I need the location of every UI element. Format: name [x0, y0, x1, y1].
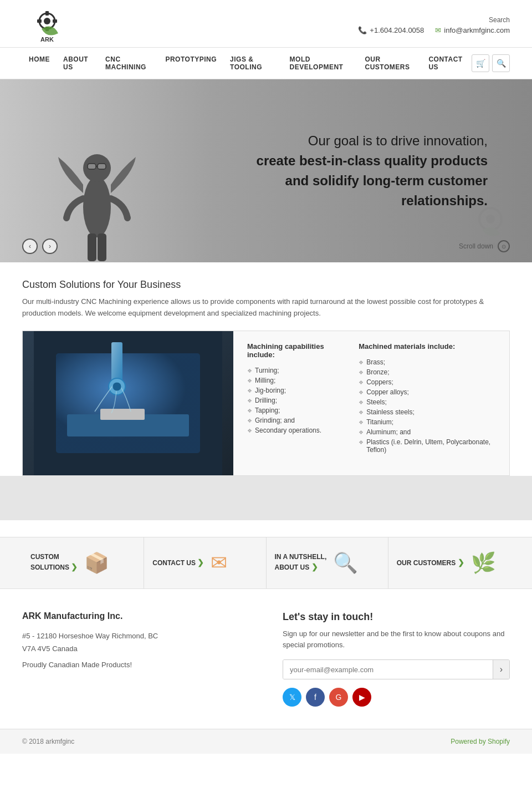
svg-point-7	[83, 176, 111, 237]
phone-icon: 📞	[358, 26, 367, 34]
capability-item: Jig-boring;	[247, 385, 342, 395]
hero-headline-bold1: create best-in-class quality products	[257, 153, 488, 168]
svg-point-1	[44, 18, 50, 24]
svg-rect-9	[88, 164, 96, 169]
powered-by-link[interactable]: Powered by Shopify	[451, 738, 510, 745]
newsletter-section: Let's stay in touch! Sign up for our new…	[283, 611, 510, 707]
newsletter-title: Let's stay in touch!	[283, 611, 510, 623]
svg-point-8	[83, 154, 111, 182]
tile-text-nutshell: IN A NUTSHELL,ABOUT US ❯	[275, 552, 327, 572]
machined-materials: Machined materials include: Brass; Bronz…	[359, 342, 495, 464]
material-item: Copper alloys;	[359, 387, 495, 397]
nutshell-icon: 🔍	[333, 551, 358, 575]
footer-address: #5 - 12180 Horseshoe Way Richmond, BC V7…	[22, 630, 249, 656]
site-footer: ARK Manufacturing Inc. #5 - 12180 Horses…	[0, 588, 532, 729]
tile-text-custom: CUSTOMSOLUTIONS ❯	[30, 552, 78, 572]
search-label: Search	[489, 16, 510, 24]
footer-bottom: © 2018 arkmfginc Powered by Shopify	[0, 729, 532, 754]
section-description: Our multi-industry CNC Machining experie…	[22, 296, 510, 319]
search-button[interactable]: 🔍	[492, 54, 510, 72]
newsletter-email-input[interactable]	[283, 660, 493, 679]
materials-list: Brass; Bronze; Coppers; Copper alloys; S…	[359, 357, 495, 455]
material-item: Bronze;	[359, 367, 495, 377]
tile-text-contact: CONTACT US ❯	[152, 557, 204, 568]
svg-text:ARK: ARK	[40, 36, 54, 43]
tile-contact[interactable]: CONTACT US ❯ ✉	[144, 537, 266, 588]
contact-tile-icon: ✉	[211, 551, 227, 575]
header-contact-info: Search 📞 +1.604.204.0058 ✉ info@arkmfgin…	[358, 16, 510, 34]
material-item: Titanium;	[359, 417, 495, 427]
nav-item-home[interactable]: HOME	[22, 48, 57, 71]
material-item: Plastics (i.e. Delrin, Ultem, Polycarbon…	[359, 437, 495, 455]
hero-nav: ‹ ›	[22, 238, 58, 254]
twitter-icon[interactable]: 𝕏	[283, 688, 301, 707]
main-content: Custom Solutions for Your Business Our m…	[0, 262, 532, 537]
tile-custom-solutions[interactable]: CUSTOMSOLUTIONS ❯ 📦	[22, 537, 144, 588]
google-plus-icon[interactable]: G	[329, 688, 348, 707]
footer-company-name: ARK Manufacturing Inc.	[22, 611, 249, 621]
youtube-icon[interactable]: ▶	[352, 688, 371, 707]
scroll-circle: ⊙	[498, 240, 510, 252]
svg-rect-12	[88, 233, 96, 261]
cnc-machine-image	[23, 331, 233, 475]
nav-item-prototyping[interactable]: PROTOTYPING	[158, 48, 223, 71]
material-item: Brass;	[359, 357, 495, 367]
nav-item-customers[interactable]: OUR CUSTOMERS	[359, 48, 422, 79]
nav-item-cnc[interactable]: CNC MACHINING	[99, 48, 158, 79]
nav-item-about[interactable]: ABOUT US	[57, 48, 99, 79]
newsletter-submit-button[interactable]: ›	[493, 660, 509, 679]
custom-solutions-icon: 📦	[84, 551, 109, 575]
hero-prev-button[interactable]: ‹	[22, 238, 38, 254]
email-icon: ✉	[435, 26, 441, 34]
capability-item: Drilling;	[247, 395, 342, 405]
hero-headline-bold2: and solidify long-term customer relation…	[285, 173, 488, 208]
machining-capabilities: Machining capabilities include: Turning;…	[247, 342, 342, 464]
section-title: Custom Solutions for Your Business	[22, 279, 510, 291]
capability-item: Secondary operations.	[247, 425, 342, 435]
nav-item-mold[interactable]: MOLD DEVELOPMENT	[283, 48, 359, 79]
footer-tagline: Proudly Canadian Made Products!	[22, 661, 249, 669]
nav-action-icons: 🛒 🔍	[472, 54, 510, 72]
main-nav: HOME ABOUT US CNC MACHINING PROTOTYPING …	[0, 47, 532, 79]
svg-point-15	[486, 215, 495, 224]
scroll-down[interactable]: Scroll down ⊙	[459, 240, 510, 252]
email-info: ✉ info@arkmfginc.com	[435, 26, 510, 34]
tile-text-customers: OUR CUSTOMERS ❯	[397, 557, 464, 568]
capabilities-list: Turning; Milling; Jig-boring; Drilling; …	[247, 365, 342, 435]
cart-button[interactable]: 🛒	[472, 54, 489, 72]
material-item: Stainless steels;	[359, 407, 495, 417]
capabilities-box: Machining capabilities include: Turning;…	[22, 331, 510, 476]
hero-figure	[55, 96, 139, 262]
capabilities-info: Machining capabilities include: Turning;…	[233, 331, 509, 475]
materials-header: Machined materials include:	[359, 342, 495, 351]
tile-nutshell[interactable]: IN A NUTSHELL,ABOUT US ❯ 🔍	[267, 537, 388, 588]
phone-info: 📞 +1.604.204.0058	[358, 26, 424, 34]
svg-rect-13	[98, 233, 106, 261]
hero-next-button[interactable]: ›	[42, 238, 58, 254]
nav-item-jigs[interactable]: JIGS & TOOLING	[223, 48, 283, 79]
gray-band	[0, 476, 532, 520]
nav-item-contact[interactable]: CONTACT US	[422, 48, 472, 79]
svg-rect-5	[53, 19, 57, 23]
capability-item: Grinding; and	[247, 415, 342, 425]
nav-list: HOME ABOUT US CNC MACHINING PROTOTYPING …	[22, 48, 472, 79]
hero-headline: Our goal is to drive innovation, create …	[238, 131, 488, 211]
newsletter-description: Sign up for our newsletter and be the fi…	[283, 628, 510, 652]
svg-rect-22	[100, 409, 145, 420]
tile-customers[interactable]: OUR CUSTOMERS ❯ 🌿	[388, 537, 510, 588]
material-item: Steels;	[359, 397, 495, 407]
capability-item: Milling;	[247, 375, 342, 385]
material-item: Coppers;	[359, 377, 495, 387]
capabilities-header: Machining capabilities include:	[247, 342, 342, 359]
logo[interactable]: ARK	[22, 6, 72, 44]
hero-text: Our goal is to drive innovation, create …	[238, 131, 488, 211]
bottom-tiles: CUSTOMSOLUTIONS ❯ 📦 CONTACT US ❯ ✉ IN A …	[0, 537, 532, 588]
svg-rect-2	[45, 11, 49, 16]
facebook-icon[interactable]: f	[306, 688, 325, 707]
svg-rect-4	[37, 19, 42, 23]
copyright: © 2018 arkmfginc	[22, 738, 74, 745]
cnc-machine-visual	[23, 331, 233, 475]
hero-banner: Our goal is to drive innovation, create …	[0, 79, 532, 262]
svg-point-23	[112, 382, 121, 391]
material-item: Aluminum; and	[359, 427, 495, 437]
